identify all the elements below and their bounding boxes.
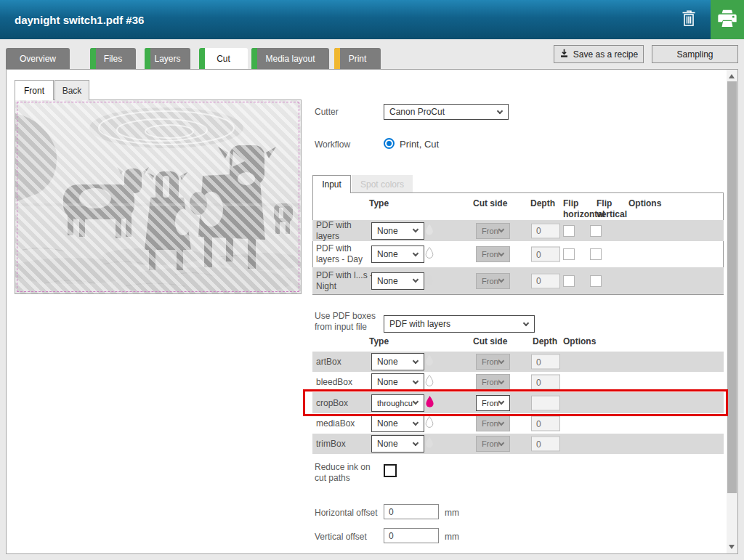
preview-tab-front[interactable]: Front — [15, 80, 54, 100]
table-row-mediabox: mediaBox None Front — [312, 413, 724, 434]
ink-droplet-icon — [425, 247, 434, 261]
type-select[interactable]: None — [371, 435, 424, 453]
chevron-down-icon — [413, 378, 418, 384]
cut-side-select: Front — [476, 374, 510, 390]
tab-status-indicator — [90, 48, 96, 69]
vertical-scrollbar[interactable] — [727, 70, 737, 553]
chevron-down-icon — [413, 227, 418, 232]
cut-side-select: Front — [476, 246, 510, 262]
scrollbar-thumb[interactable] — [727, 81, 737, 493]
chevron-down-icon — [413, 250, 418, 256]
tab-layers[interactable]: Layers — [145, 48, 190, 69]
tab-overview-label: Overview — [20, 54, 56, 64]
col-header-type: Type — [369, 336, 389, 346]
depth-input — [531, 375, 560, 390]
type-select-value: throughcut — [372, 399, 413, 407]
flip-vertical-checkbox[interactable] — [590, 225, 602, 237]
tab-cut[interactable]: Cut — [199, 48, 248, 69]
preview-tab-back[interactable]: Back — [54, 80, 89, 100]
tab-spot-colors: Spot colors — [352, 175, 413, 193]
ink-droplet-icon — [425, 224, 434, 238]
chevron-down-icon — [523, 320, 529, 325]
horizontal-offset-input[interactable] — [384, 504, 439, 519]
save-as-recipe-label: Save as a recipe — [573, 49, 638, 60]
ink-droplet-icon — [425, 375, 434, 389]
type-select[interactable]: None — [371, 272, 424, 290]
ink-droplet-icon — [425, 274, 434, 288]
scroll-down-arrow-icon[interactable] — [729, 545, 735, 549]
col-header-flip-vertical: Flip vertical — [597, 198, 626, 220]
header-bar: daynight switch1.pdf #36 — [0, 0, 744, 39]
vertical-offset-input[interactable] — [384, 528, 439, 543]
sampling-button[interactable]: Sampling — [652, 45, 738, 63]
delete-job-button[interactable] — [674, 0, 703, 39]
scroll-up-arrow-icon[interactable] — [729, 74, 735, 78]
type-select[interactable]: None — [371, 415, 424, 432]
sampling-label: Sampling — [676, 49, 713, 60]
table-row-bleedbox: bleedBox None Front — [312, 372, 724, 392]
cut-side-select: Front — [476, 354, 510, 370]
pdf-boxes-source-value: PDF with layers — [384, 319, 524, 329]
flip-horizontal-checkbox[interactable] — [563, 225, 575, 237]
chevron-down-icon — [413, 277, 418, 283]
cut-side-value: Front — [477, 419, 499, 428]
tab-media-layout-label: Media layout — [265, 54, 315, 64]
tab-status-indicator — [145, 48, 150, 69]
type-select[interactable]: None — [371, 373, 424, 391]
cut-side-value: Front — [477, 227, 499, 235]
type-select-value: None — [372, 249, 413, 259]
cut-side-value: Front — [477, 378, 499, 386]
chevron-down-icon — [498, 419, 504, 425]
type-select[interactable]: None — [371, 353, 424, 370]
use-pdf-boxes-label: Use PDF boxes from input file — [315, 311, 381, 333]
reduce-ink-label: Reduce ink on cut paths — [315, 462, 379, 484]
col-header-depth: Depth — [530, 198, 555, 208]
depth-input — [531, 223, 560, 238]
depth-input — [531, 416, 560, 431]
cut-side-select: Front — [476, 436, 510, 452]
row-label: PDF with layers - Day — [316, 243, 376, 265]
type-select[interactable]: None — [371, 222, 424, 240]
horizontal-offset-unit: mm — [445, 508, 459, 519]
type-select-value: None — [372, 357, 413, 367]
ink-droplet-icon — [425, 395, 434, 410]
col-header-cut-side: Cut side — [473, 198, 507, 208]
col-header-type: Type — [369, 198, 389, 208]
flip-horizontal-checkbox[interactable] — [563, 248, 575, 260]
depth-input — [531, 273, 560, 288]
type-select[interactable]: throughcut — [371, 394, 424, 412]
depth-input — [531, 437, 560, 452]
tab-media-layout[interactable]: Media layout — [251, 48, 329, 69]
depth-input — [531, 247, 560, 262]
save-as-recipe-button[interactable]: Save as a recipe — [554, 45, 644, 63]
ink-droplet-icon — [425, 354, 434, 369]
row-label: bleedBox — [316, 377, 376, 388]
chevron-down-icon — [497, 107, 503, 113]
chevron-down-icon — [498, 227, 504, 232]
table-row-trimbox: trimBox None Front — [312, 434, 724, 454]
app-window: daynight switch1.pdf #36 — [0, 0, 744, 560]
spot-colors-tab-label: Spot colors — [360, 179, 404, 190]
row-label: mediaBox — [316, 418, 376, 429]
cutter-select[interactable]: Canon ProCut — [384, 104, 509, 120]
tab-files-label: Files — [104, 54, 122, 64]
tab-input[interactable]: Input — [312, 175, 351, 193]
workflow-print-cut-radio[interactable] — [384, 138, 395, 149]
reduce-ink-checkbox[interactable] — [384, 464, 397, 477]
pdf-boxes-source-select[interactable]: PDF with layers — [384, 315, 535, 333]
tab-files[interactable]: Files — [90, 48, 136, 69]
flip-vertical-checkbox[interactable] — [590, 248, 602, 260]
tab-overview[interactable]: Overview — [6, 48, 70, 69]
flip-horizontal-checkbox[interactable] — [563, 275, 575, 287]
row-label: PDF with l...s - Night — [316, 270, 376, 292]
trash-icon — [681, 9, 697, 31]
type-select[interactable]: None — [371, 245, 424, 263]
flip-vertical-checkbox[interactable] — [590, 275, 602, 287]
print-job-button[interactable] — [711, 0, 744, 39]
tab-print[interactable]: Print — [334, 48, 381, 69]
cut-side-value: Front — [477, 399, 499, 407]
chevron-down-icon — [413, 419, 418, 425]
ink-droplet-icon — [425, 437, 434, 451]
cut-side-select[interactable]: Front — [476, 395, 510, 411]
radio-dot — [387, 141, 392, 146]
